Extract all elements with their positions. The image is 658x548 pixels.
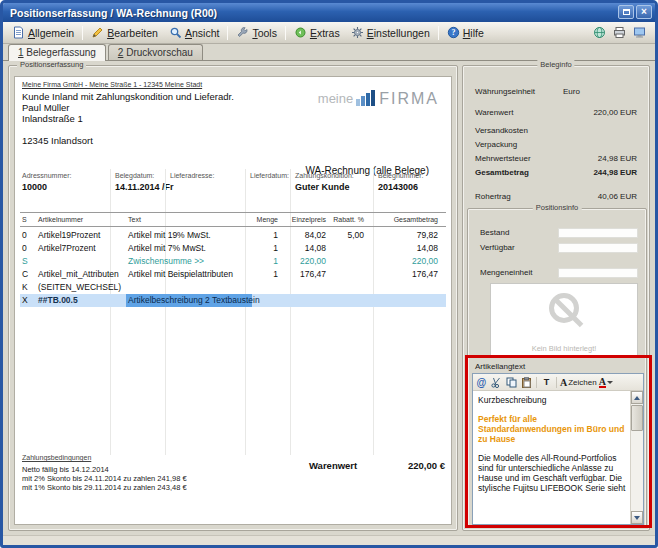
table-header: Text [128,213,250,226]
beleginfo-group: Beleginfo Währungseinheit Euro Warenwert… [462,65,650,531]
menu-tools[interactable]: Tools [231,24,282,41]
belegdatum-label: Belegdatum: [115,172,154,179]
table-header: Einzelpreis [280,213,326,226]
font-color-button[interactable]: A [599,376,613,389]
table-cell: 14,08 [280,242,326,255]
scroll-down-button[interactable] [631,511,643,524]
table-cell: 84,02 [280,229,326,242]
tab-belegerfassung[interactable]: 1 Belegerfassung [8,44,106,61]
at-icon: @ [477,377,487,388]
belegnummer-value[interactable]: 20143006 [378,182,418,192]
tab-druckvorschau[interactable]: 2 Druckvorschau [108,44,203,60]
belegnummer-label: Belegnummer: [378,172,424,179]
table-cell: 176,47 [366,268,438,281]
menu-ansicht[interactable]: Ansicht [164,24,224,41]
table-cell: X [22,294,36,307]
group-title: Positionserfassung [17,60,86,70]
scroll-up-button[interactable] [631,391,643,404]
table-row[interactable]: K (SEITEN_WECHSEL) [20,281,446,294]
table-row[interactable]: 0 Artikel19Prozent Artikel mit 19% MwSt.… [20,229,446,242]
table-cell: 14,08 [366,242,438,255]
font-color-icon: A [599,377,606,388]
payment-line: Netto fällig bis 14.12.2014 [22,465,109,474]
window-title: Positionserfassung / WA-Rechnung (R00) [3,4,217,23]
table-row[interactable]: C Artikel_mit_Attributen Artikel mit Bei… [20,268,446,281]
status-bar [3,535,655,545]
table-row-subtotal[interactable]: S Zwischensumme >> 1 220,00 220,00 [20,255,446,268]
main-toolbar: Allgemein Bearbeiten Ansicht Tools Extra… [3,22,655,44]
zahlungskondition-value[interactable]: Guter Kunde [295,182,350,192]
menu-label: Allgemein [28,27,74,39]
table-header: Menge [246,213,278,226]
paste-button[interactable] [520,376,533,389]
table-header: Gesamtbetrag [366,213,438,226]
scrollbar[interactable] [630,391,643,524]
warenwert-label: Warenwert [309,460,357,471]
table-cell: 1 [246,229,278,242]
payment-line: mit 1% Skonto bis 29.11.2014 zu zahlen 2… [22,483,187,492]
table-row[interactable]: 0 Artikel7Prozent Artikel mit 7% MwSt. 1… [20,242,446,255]
monitor-icon[interactable] [633,26,646,39]
insert-text-button[interactable]: T [540,376,553,389]
table-cell: Artikel_mit_Attributen [38,268,128,281]
menu-allgemein[interactable]: Allgemein [7,24,79,41]
help-icon: ? [447,26,460,39]
table-cell: S [22,255,36,268]
table-cell-focused[interactable]: Artikelbeschreibung 2 Textbaustein [126,294,252,307]
logo-word-firma: FIRMA [379,91,439,106]
recipient-line: Inlandstraße 1 [22,113,83,124]
table-header-row: S Artikelnummer Text Menge Einzelpreis R… [20,213,446,226]
toolbar-separator [285,26,286,40]
magnifier-icon [169,26,182,39]
verfuegbar-value-box [558,243,638,253]
adressnummer-label: Adressnummer: [22,172,71,179]
beleginfo-row: Währungseinheit Euro [463,86,649,98]
menu-bearbeiten[interactable]: Bearbeiten [86,24,163,41]
logo-bars-icon [356,89,376,106]
sender-line: Meine Firma GmbH - Meine Straße 1 - 1234… [22,81,202,88]
no-image-text: Kein Bild hinterlegt! [491,344,637,353]
langtext-highlight-paragraph: Perfekt für alle Standardanwendungen im … [478,414,628,444]
table-row-selected[interactable]: X ##TB.00.5 Artikelbeschreibung 2 Textba… [20,294,446,307]
table-header-line [20,226,446,227]
adressnummer-value[interactable]: 10000 [22,182,47,192]
menu-label: Bearbeiten [107,27,158,39]
text-icon: T [544,377,550,387]
insert-object-button[interactable]: @ [475,376,488,389]
restore-button[interactable] [618,5,634,19]
arrow-down-icon [634,516,640,520]
group-title: Positionsinfo [533,203,582,213]
menu-hilfe[interactable]: ? Hilfe [442,24,489,41]
mengeneinheit-value-box [558,268,638,278]
recipient-line: 12345 Inlandsort [22,135,93,146]
arrow-up-icon [634,396,640,400]
langtext-content[interactable]: Kurzbeschreibung Perfekt für alle Standa… [473,391,630,524]
table-cell: Zwischensumme >> [128,255,250,268]
app-window: Positionserfassung / WA-Rechnung (R00) ×… [0,0,658,548]
extras-icon [294,26,307,39]
copy-button[interactable] [505,376,518,389]
table-cell: (SEITEN_WECHSEL) [38,281,128,294]
table-cell: 0 [22,229,36,242]
globe-icon[interactable] [593,26,606,39]
menu-label: Extras [310,27,340,39]
zeichen-button[interactable]: A Zeichen [560,376,597,389]
lieferadresse-label: Lieferadresse: [170,172,214,179]
title-bar[interactable]: Positionserfassung / WA-Rechnung (R00) × [3,3,655,22]
menu-einstellungen[interactable]: Einstellungen [346,24,435,41]
zahlungskondition-label: Zahlungskondition: [295,172,354,179]
wrench-icon [236,26,249,39]
mehrwertsteuer-value: 24,98 EUR [598,153,637,165]
menu-extras[interactable]: Extras [289,24,345,41]
table-cell: Artikel mit 19% MwSt. [128,229,250,242]
beleginfo-row: Versandkosten [463,125,649,137]
cut-button[interactable] [490,376,503,389]
table-cell: 0 [22,242,36,255]
close-button[interactable]: × [636,5,652,19]
table-header: Rabatt. % [328,213,364,226]
printer-icon[interactable] [613,26,626,39]
payment-line: mit 2% Skonto bis 24.11.2014 zu zahlen 2… [22,474,187,483]
waehrungseinheit-value: Euro [563,86,580,98]
langtext-paragraph: Die Modelle des All-Round-Portfolios sin… [478,453,628,493]
scroll-thumb[interactable] [631,405,643,431]
